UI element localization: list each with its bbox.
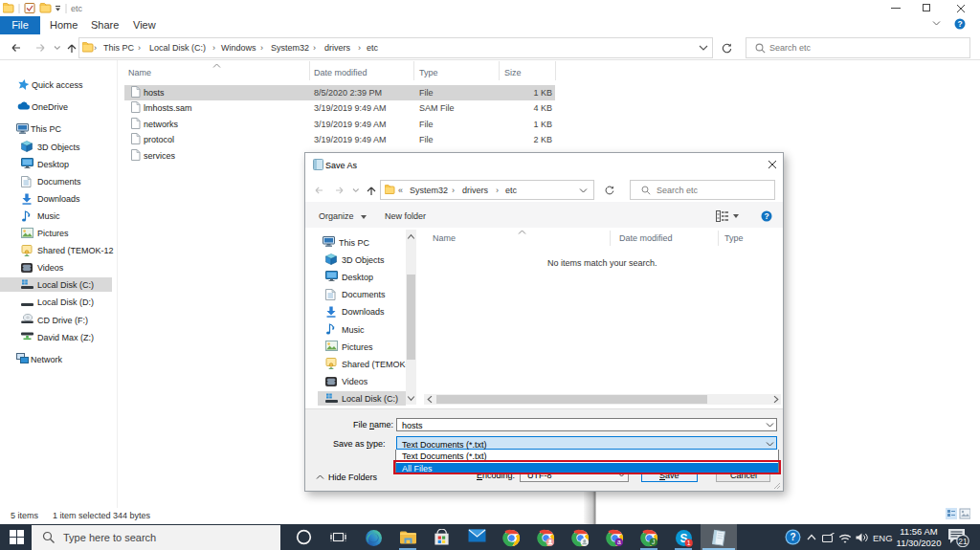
svg-text:?: ? bbox=[790, 532, 795, 542]
svg-text:1: 1 bbox=[687, 539, 691, 546]
svg-text:?: ? bbox=[957, 19, 962, 29]
svg-text:J: J bbox=[652, 539, 655, 545]
svg-text:?: ? bbox=[764, 211, 768, 221]
svg-text:a: a bbox=[617, 539, 621, 545]
svg-text:21: 21 bbox=[958, 537, 968, 546]
